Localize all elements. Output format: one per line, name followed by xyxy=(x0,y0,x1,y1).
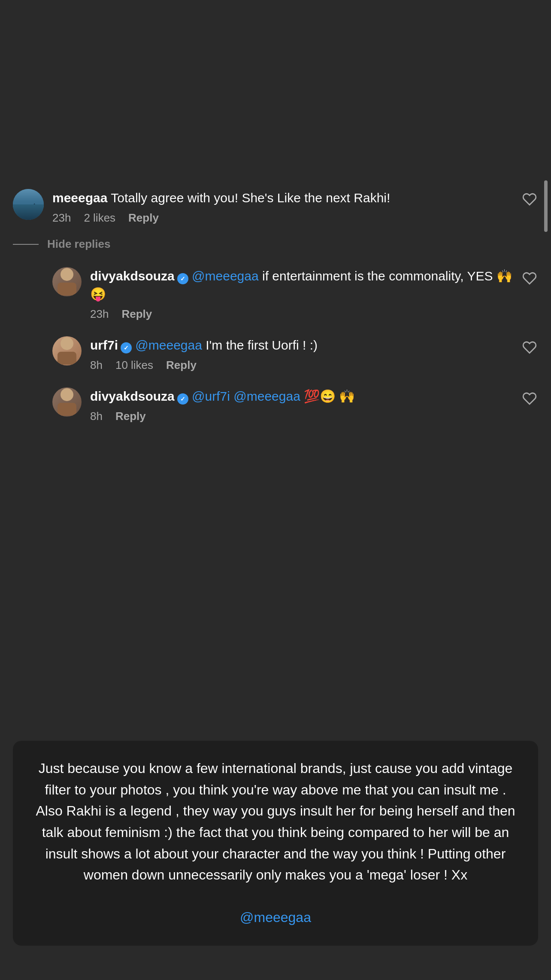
overlay-mention[interactable]: @meeegaa xyxy=(240,910,311,925)
mention-1: @meeegaa xyxy=(192,269,259,283)
comment-meta: 23h 2 likes Reply xyxy=(52,211,512,225)
heart-icon-reply1[interactable] xyxy=(521,270,538,287)
avatar-divyakdsouza-1 xyxy=(52,267,82,296)
reply-row-1: divyakdsouza @meeegaa if entertainment i… xyxy=(52,259,538,329)
avatar-urf7i xyxy=(52,336,82,365)
reply-row-2: urf7i @meeegaa I'm the first Uorfi ! :) … xyxy=(52,329,538,380)
hide-replies-line xyxy=(13,244,39,245)
reply-button-3[interactable]: Reply xyxy=(115,410,146,423)
top-comment: meeegaa Totally agree with you! She's Li… xyxy=(13,180,538,233)
overlay-comment-text: Just because you know a few internationa… xyxy=(34,758,517,928)
reply-content-3: divyakdsouza @urf7i @meeegaa 💯😄 🙌 8h Rep… xyxy=(90,387,538,423)
reply-button-1[interactable]: Reply xyxy=(121,307,152,321)
reply-button-2[interactable]: Reply xyxy=(166,359,197,372)
person-head xyxy=(61,268,73,281)
reply-text-2: @meeegaa I'm the first Uorfi ! :) xyxy=(132,338,318,352)
replies-container: divyakdsouza @meeegaa if entertainment i… xyxy=(52,259,538,431)
top-area xyxy=(0,0,551,180)
comment-time: 23h xyxy=(52,211,71,225)
reply-meta-2: 8h 10 likes Reply xyxy=(90,359,512,372)
reply-time-3: 8h xyxy=(90,410,103,423)
person-head xyxy=(61,337,73,350)
avatar-divyakdsouza-2 xyxy=(52,387,82,417)
reply-content-2: urf7i @meeegaa I'm the first Uorfi ! :) … xyxy=(90,336,538,372)
comments-section: meeegaa Totally agree with you! She's Li… xyxy=(0,180,551,431)
avatar-silhouette xyxy=(52,387,82,417)
avatar-meeegaa xyxy=(13,189,44,220)
reply-username-2[interactable]: urf7i xyxy=(90,338,118,352)
reply-meta-1: 23h Reply xyxy=(90,307,512,321)
reply-time-1: 23h xyxy=(90,307,109,321)
verified-badge-2 xyxy=(121,342,132,353)
overlay-main-text: Just because you know a few internationa… xyxy=(36,761,515,883)
reply-text-3: @urf7i @meeegaa 💯😄 🙌 xyxy=(188,389,355,403)
heart-icon-reply3[interactable] xyxy=(521,390,538,407)
reply-username-1[interactable]: divyakdsouza xyxy=(90,269,175,283)
comment-content-meeegaa: meeegaa Totally agree with you! She's Li… xyxy=(52,189,538,225)
avatar-silhouette xyxy=(52,336,82,365)
person-body xyxy=(58,403,76,416)
overlay-comment: Just because you know a few internationa… xyxy=(13,741,538,946)
reply-row-3: divyakdsouza @urf7i @meeegaa 💯😄 🙌 8h Rep… xyxy=(52,380,538,431)
hide-replies-label[interactable]: Hide replies xyxy=(47,237,110,251)
verified-badge-1 xyxy=(177,273,188,284)
person-body xyxy=(58,283,76,295)
heart-icon-reply2[interactable] xyxy=(521,339,538,356)
person-head xyxy=(61,388,73,401)
mention-3b: @meeegaa xyxy=(233,389,300,403)
heart-icon-top[interactable] xyxy=(521,191,538,208)
mention-2: @meeegaa xyxy=(135,338,202,352)
hide-replies[interactable]: Hide replies xyxy=(13,237,538,251)
comment-likes: 2 likes xyxy=(84,211,115,225)
scrollbar[interactable] xyxy=(544,180,548,232)
verified-badge-3 xyxy=(177,393,188,405)
comment-text: Totally agree with you! She's Like the n… xyxy=(107,191,390,205)
avatar-image xyxy=(13,189,44,220)
mention-3a: @urf7i xyxy=(192,389,230,403)
avatar-silhouette xyxy=(52,267,82,296)
comment-username[interactable]: meeegaa xyxy=(52,191,107,205)
reply-meta-3: 8h Reply xyxy=(90,410,512,423)
reply-button-top[interactable]: Reply xyxy=(128,211,159,225)
reply-content-1: divyakdsouza @meeegaa if entertainment i… xyxy=(90,267,538,321)
person-body xyxy=(58,352,76,365)
reply-likes-2: 10 likes xyxy=(115,359,153,372)
reply-time-2: 8h xyxy=(90,359,103,372)
reply-username-3[interactable]: divyakdsouza xyxy=(90,389,175,403)
